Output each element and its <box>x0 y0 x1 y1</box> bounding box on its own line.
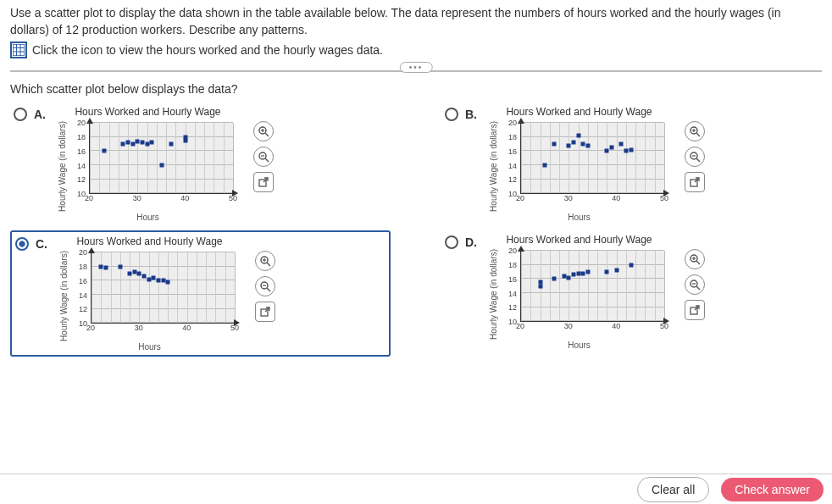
data-point <box>150 141 154 145</box>
data-point <box>576 271 580 275</box>
ellipsis-badge: ••• <box>400 62 433 73</box>
y-tick: 14 <box>508 290 517 298</box>
icon-instruction: Click the icon to view the hours worked … <box>32 43 383 57</box>
check-answer-button[interactable]: Check answer <box>721 478 824 501</box>
y-tick: 16 <box>77 147 86 156</box>
option-a[interactable]: A.Hours Worked and Hourly WageHourly Wag… <box>10 102 391 225</box>
data-point <box>128 272 132 276</box>
x-axis-label: Hours <box>138 342 161 352</box>
zoom-out-icon[interactable] <box>255 276 275 296</box>
data-point <box>169 142 173 147</box>
popout-icon[interactable] <box>253 172 274 192</box>
zoom-in-icon[interactable] <box>685 249 705 269</box>
y-tick: 20 <box>77 119 86 127</box>
data-point <box>581 142 585 147</box>
y-axis-label: Hourly Wage (in dollars) <box>489 121 498 212</box>
data-point <box>121 142 125 147</box>
zoom-in-icon[interactable] <box>255 251 275 271</box>
data-point <box>132 270 136 274</box>
data-point <box>126 141 130 145</box>
data-point <box>147 277 151 281</box>
data-point <box>629 263 633 267</box>
y-tick: 18 <box>77 133 86 141</box>
data-point <box>571 141 575 145</box>
sub-question: Which scatter plot below displays the da… <box>10 82 822 96</box>
option-label: D. <box>465 235 482 249</box>
x-tick: 40 <box>612 194 620 202</box>
data-point <box>619 142 624 147</box>
data-point <box>605 270 609 274</box>
data-point <box>585 270 590 274</box>
svg-line-37 <box>696 286 700 290</box>
data-point <box>552 277 557 281</box>
data-point <box>567 143 571 147</box>
x-tick: 20 <box>85 194 93 202</box>
zoom-in-icon[interactable] <box>685 121 705 141</box>
x-tick: 50 <box>660 194 668 202</box>
radio-d[interactable] <box>445 235 458 249</box>
x-tick: 50 <box>660 322 668 330</box>
option-b[interactable]: B.Hours Worked and Hourly WageHourly Wag… <box>441 102 822 225</box>
data-point <box>614 269 618 273</box>
y-tick: 20 <box>79 248 87 257</box>
data-point <box>118 264 122 269</box>
svg-line-10 <box>265 158 269 162</box>
option-label: C. <box>36 237 53 251</box>
data-point <box>137 272 141 276</box>
svg-line-33 <box>696 261 700 264</box>
x-tick: 30 <box>564 322 573 330</box>
radio-a[interactable] <box>14 108 27 121</box>
data-point <box>567 275 571 280</box>
x-tick: 30 <box>564 194 573 202</box>
svg-line-28 <box>267 288 270 291</box>
svg-line-24 <box>267 263 270 266</box>
x-tick: 50 <box>230 324 239 332</box>
data-point <box>543 163 547 168</box>
clear-all-button[interactable]: Clear all <box>637 477 709 502</box>
footer: Clear all Check answer <box>0 474 832 504</box>
data-point <box>610 146 614 150</box>
chart-title: Hours Worked and Hourly Wage <box>76 235 222 247</box>
option-c[interactable]: C.Hours Worked and Hourly WageHourly Wag… <box>10 230 391 357</box>
data-point <box>161 279 165 283</box>
popout-icon[interactable] <box>685 300 705 320</box>
popout-icon[interactable] <box>685 172 705 192</box>
data-point <box>624 149 628 153</box>
zoom-out-icon[interactable] <box>253 147 274 167</box>
data-point <box>605 149 609 153</box>
y-axis-label: Hourly Wage (in dollars) <box>58 121 67 212</box>
data-point <box>585 143 590 147</box>
data-table-icon[interactable] <box>10 42 27 58</box>
zoom-in-icon[interactable] <box>253 121 274 141</box>
scatter-chart: 10121416182020304050 <box>70 249 240 342</box>
y-tick: 12 <box>508 175 517 184</box>
y-tick: 18 <box>79 263 87 271</box>
data-point <box>581 271 585 275</box>
data-point <box>99 264 103 269</box>
x-tick: 40 <box>180 194 189 202</box>
y-tick: 16 <box>79 277 87 285</box>
data-point <box>166 280 170 285</box>
y-axis-label: Hourly Wage (in dollars) <box>59 251 69 341</box>
data-point <box>183 135 187 139</box>
radio-b[interactable] <box>445 108 458 121</box>
question-text: Use a scatter plot to display the data s… <box>10 5 822 38</box>
svg-rect-0 <box>13 44 25 56</box>
data-point <box>576 134 580 138</box>
x-tick: 20 <box>516 322 524 330</box>
data-point <box>102 149 106 153</box>
popout-icon[interactable] <box>255 302 275 322</box>
option-d[interactable]: D.Hours Worked and Hourly WageHourly Wag… <box>441 230 822 357</box>
radio-c[interactable] <box>15 237 29 251</box>
y-tick: 20 <box>508 119 517 127</box>
data-point <box>629 147 633 152</box>
chart-title: Hours Worked and Hourly Wage <box>75 106 220 118</box>
y-tick: 12 <box>508 303 517 312</box>
scatter-chart: 10121416182020304050 <box>500 119 669 213</box>
zoom-out-icon[interactable] <box>685 147 705 167</box>
zoom-out-icon[interactable] <box>685 274 705 295</box>
data-point <box>140 140 144 144</box>
x-axis-label: Hours <box>136 213 159 222</box>
data-point <box>538 284 542 288</box>
chart-title: Hours Worked and Hourly Wage <box>506 106 652 118</box>
